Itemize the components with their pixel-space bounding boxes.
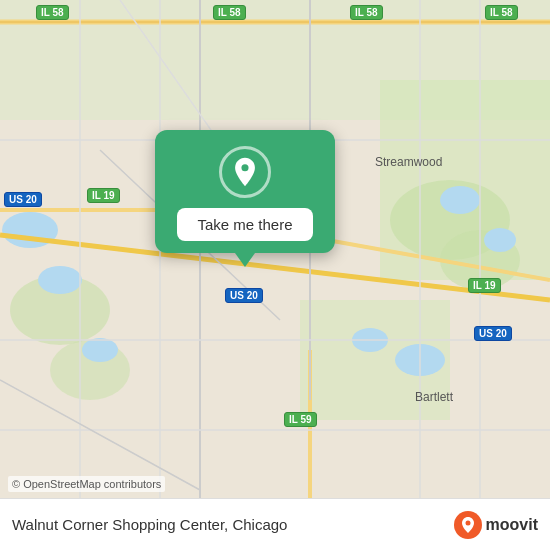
bottom-bar: Walnut Corner Shopping Center, Chicago m… [0,498,550,550]
moovit-text: moovit [486,516,538,534]
place-name: Walnut Corner Shopping Center, Chicago [12,516,287,533]
svg-point-33 [241,164,248,171]
il58-badge-4: IL 58 [485,5,518,20]
map-container: Streamwood Bartlett IL 58 IL 58 IL 58 IL… [0,0,550,550]
svg-point-9 [38,266,82,294]
il19-left-badge: IL 19 [87,188,120,203]
take-me-there-button[interactable]: Take me there [177,208,312,241]
map-attribution: © OpenStreetMap contributors [8,476,165,492]
svg-point-11 [440,186,480,214]
il19-right-badge: IL 19 [468,278,501,293]
il58-badge-1: IL 58 [36,5,69,20]
moovit-icon [454,511,482,539]
moovit-logo: moovit [454,511,538,539]
il58-badge-2: IL 58 [213,5,246,20]
popup-icon-area [155,130,335,208]
svg-point-35 [465,520,470,525]
us20-right-badge: US 20 [474,326,512,341]
pin-icon [228,155,262,189]
svg-point-12 [484,228,516,252]
location-pin-circle [219,146,271,198]
us20-center-badge: US 20 [225,288,263,303]
il59-badge: IL 59 [284,412,317,427]
il58-badge-3: IL 58 [350,5,383,20]
svg-point-10 [82,338,118,362]
navigation-popup: Take me there [155,130,335,253]
us20-left-badge: US 20 [4,192,42,207]
